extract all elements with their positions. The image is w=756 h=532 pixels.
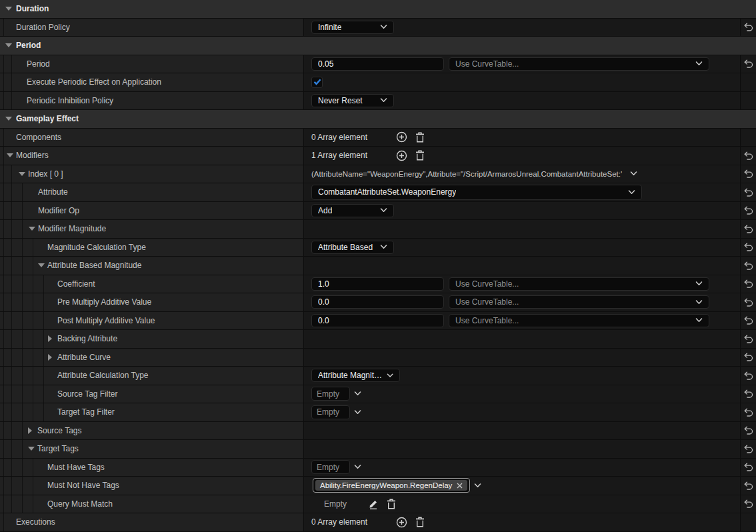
modifiers-add-element-button[interactable] <box>393 149 411 162</box>
attribute-calculation-type-reset-button[interactable] <box>741 367 756 385</box>
must-not-have-tags-dropdown-button[interactable] <box>474 483 481 488</box>
remove-tag-button[interactable] <box>457 483 463 489</box>
reset-column-cell <box>740 367 756 385</box>
indent-guide <box>3 19 4 37</box>
source-tag-filter-reset-button[interactable] <box>741 385 756 403</box>
coefficient-input[interactable]: 1.0 <box>311 277 444 291</box>
components-add-element-button[interactable] <box>393 131 411 144</box>
must-not-have-tags-reset-button[interactable] <box>741 477 756 495</box>
backing-attribute-expander-icon[interactable] <box>48 335 52 342</box>
target-tags-row: Target Tags <box>0 440 756 459</box>
must-have-tags-dropdown-button[interactable] <box>354 465 361 469</box>
must-have-tags-tag-dropdown[interactable]: Empty <box>311 460 350 474</box>
duration-policy-reset-button[interactable] <box>741 19 756 37</box>
source-tag-filter-dropdown-button[interactable] <box>354 391 361 396</box>
attribute-reset-button[interactable] <box>741 183 756 201</box>
coefficient-dropdown[interactable]: Use CurveTable... <box>449 277 709 291</box>
index-0-reset-button[interactable] <box>741 165 756 183</box>
trash-icon <box>415 132 425 143</box>
source-tags-reset-button[interactable] <box>741 422 756 440</box>
index-0-dropdown-button[interactable] <box>630 171 637 176</box>
backing-attribute-reset-button[interactable] <box>741 330 756 348</box>
target-tags-label: Target Tags <box>37 444 79 453</box>
period-category-row[interactable]: Period <box>0 37 756 55</box>
reset-to-default-icon <box>744 408 753 417</box>
duration-category-row[interactable]: Duration <box>0 0 756 19</box>
post-multiply-additive-value-input[interactable]: 0.0 <box>311 314 444 327</box>
duration-policy-label: Duration Policy <box>16 23 70 32</box>
execute-periodic-effect-on-application-checkbox[interactable] <box>311 77 323 88</box>
must-have-tags-reset-button[interactable] <box>741 459 756 477</box>
indent-guide <box>22 330 23 348</box>
modifiers-reset-button[interactable] <box>741 147 756 165</box>
modifier-magnitude-expander-icon[interactable] <box>29 227 35 231</box>
clear-query-button[interactable] <box>382 497 400 511</box>
pre-multiply-additive-value-input[interactable]: 0.0 <box>311 295 444 309</box>
gameplay-tag-label: Ability.FireEnergyWeapon.RegenDelay <box>320 481 452 489</box>
post-multiply-additive-value-reset-button[interactable] <box>741 312 756 330</box>
must-have-tags-name-cell: Must Have Tags <box>0 459 303 477</box>
attribute-curve-reset-button[interactable] <box>741 349 756 367</box>
indent-guide <box>22 349 23 367</box>
reset-to-default-icon <box>744 389 753 398</box>
post-multiply-additive-value-input-value: 0.0 <box>318 316 329 325</box>
target-tags-expander-icon[interactable] <box>28 447 35 451</box>
index-0-expander-icon[interactable] <box>19 172 25 176</box>
components-delete-elements-button[interactable] <box>411 131 429 144</box>
magnitude-calculation-type-reset-button[interactable] <box>741 239 756 257</box>
chevron-down-icon <box>628 190 635 195</box>
indent-guide <box>11 367 12 385</box>
modifier-magnitude-reset-button[interactable] <box>741 220 756 238</box>
attribute-curve-expander-icon[interactable] <box>48 354 52 361</box>
period-dropdown[interactable]: Use CurveTable... <box>449 57 709 71</box>
duration-category-expander-icon[interactable] <box>5 7 12 11</box>
period-category-expander-icon[interactable] <box>5 43 12 47</box>
source-tag-filter-tag-dropdown[interactable]: Empty <box>311 387 350 401</box>
must-have-tags-label: Must Have Tags <box>47 463 105 472</box>
reset-to-default-icon <box>744 499 753 508</box>
target-tag-filter-reset-button[interactable] <box>741 403 756 421</box>
target-tags-reset-button[interactable] <box>741 440 756 458</box>
indent-guide <box>33 239 33 257</box>
modifier-op-dropdown[interactable]: Add <box>311 204 394 217</box>
period-reset-button[interactable] <box>741 55 756 73</box>
executions-delete-elements-button[interactable] <box>411 515 429 529</box>
periodic-inhibition-policy-dropdown[interactable]: Never Reset <box>311 94 394 107</box>
modifiers-expander-icon[interactable] <box>7 153 13 157</box>
attribute-based-magnitude-reset-button[interactable] <box>741 257 756 275</box>
modifier-magnitude-name-cell: Modifier Magnitude <box>0 220 303 238</box>
attribute-calculation-type-dropdown[interactable]: Attribute Magnitude <box>311 369 400 382</box>
modifiers-delete-elements-button[interactable] <box>411 149 429 162</box>
indent-guide <box>3 73 4 91</box>
post-multiply-additive-value-dropdown[interactable]: Use CurveTable... <box>449 314 709 327</box>
gameplay-effect-category-expander-icon[interactable] <box>5 117 12 121</box>
modifier-op-reset-button[interactable] <box>741 202 756 220</box>
reset-column-cell <box>740 55 756 73</box>
source-tags-expander-icon[interactable] <box>28 427 32 434</box>
attribute-based-magnitude-expander-icon[interactable] <box>38 263 45 267</box>
period-category-name-cell: Period <box>0 37 756 55</box>
edit-query-button[interactable] <box>364 497 382 511</box>
indent-guide <box>3 55 4 73</box>
executions-count: 0 Array element <box>311 517 393 527</box>
source-tag-filter-tag-value: Empty <box>317 389 339 399</box>
pre-multiply-additive-value-reset-button[interactable] <box>741 293 756 311</box>
target-tag-filter-tag-dropdown[interactable]: Empty <box>311 405 350 419</box>
attribute-value-cell: CombatantAttributeSet.WeaponEnergy <box>303 183 740 201</box>
query-must-match-reset-button[interactable] <box>741 495 756 513</box>
indent-guide <box>22 422 23 440</box>
indent-guide <box>3 220 4 238</box>
attribute-dropdown[interactable]: CombatantAttributeSet.WeaponEnergy <box>311 185 642 200</box>
coefficient-reset-button[interactable] <box>741 275 756 293</box>
indent-guide <box>33 403 33 421</box>
pre-multiply-additive-value-dropdown[interactable]: Use CurveTable... <box>449 295 709 309</box>
executions-add-element-button[interactable] <box>393 515 411 529</box>
period-input[interactable]: 0.05 <box>311 57 444 71</box>
duration-policy-dropdown[interactable]: Infinite <box>311 21 394 34</box>
period-category-label: Period <box>16 41 41 50</box>
magnitude-calculation-type-dropdown[interactable]: Attribute Based <box>311 241 394 254</box>
executions-value-cell: 0 Array element <box>303 513 740 531</box>
target-tag-filter-dropdown-button[interactable] <box>354 410 361 415</box>
attribute-curve-row: Attribute Curve <box>0 349 756 367</box>
gameplay-effect-category-row[interactable]: Gameplay Effect <box>0 110 756 129</box>
